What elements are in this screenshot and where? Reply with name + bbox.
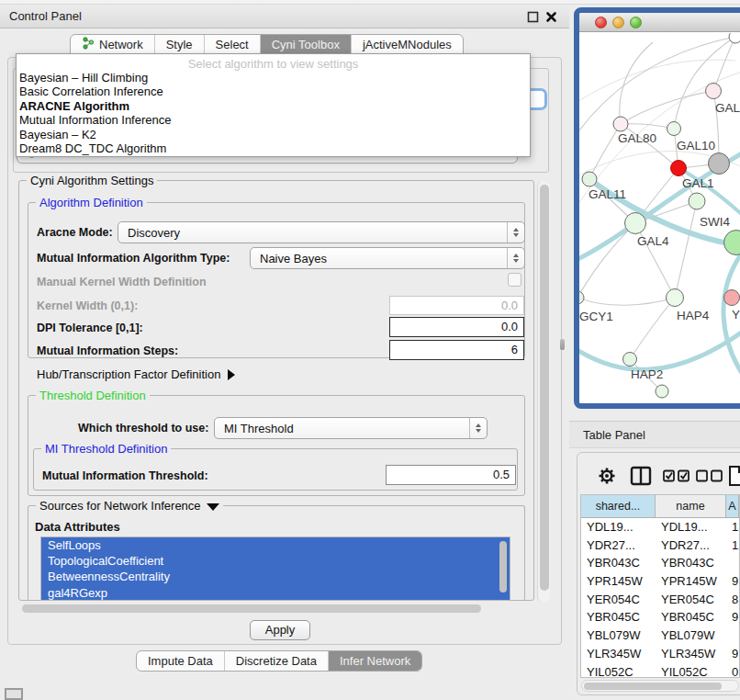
gear-icon[interactable] [597,465,617,487]
svg-text:GCY1: GCY1 [579,310,613,323]
collapse-down-icon [207,503,219,511]
tab-impute-data-label: Impute Data [148,654,213,668]
column-header-name[interactable]: name [656,495,726,517]
close-panel-icon[interactable] [545,11,557,23]
svg-text:Y: Y [732,308,740,322]
tab-infer-network[interactable]: Infer Network [329,651,421,671]
table-row[interactable]: YBR043CYBR043C [581,554,739,572]
kernel-width-field[interactable]: 0.0 [389,296,524,315]
window-minimize-button[interactable] [612,17,624,28]
svg-text:SWI4: SWI4 [700,215,730,229]
algorithm-dropdown-popup: Select algorithm to view settings Bayesi… [16,53,531,157]
mi-type-label: Mutual Information Algorithm Type: [37,252,230,265]
dropdown-option[interactable]: Bayesian – K2 [17,128,530,141]
data-attributes-label: Data Attributes [35,520,120,534]
list-item[interactable]: gal4RGexp [41,585,510,601]
tab-style[interactable]: Style [155,35,205,54]
sources-group-title: Sources for Network Inference [36,499,223,513]
application-root: Control Panel Network Style Select Cyni … [0,0,740,700]
table-row[interactable]: YPR145WYPR145W9. [581,572,739,591]
table-row[interactable]: YIL052CYIL052C0. [581,663,739,679]
manual-kernel-label: Manual Kernel Width Definition [37,276,207,288]
tab-impute-data[interactable]: Impute Data [137,651,225,671]
combobox-arrows-icon [507,248,524,268]
tab-select[interactable]: Select [205,35,261,54]
tab-jactivemnodules[interactable]: jActiveMNodules [352,35,463,54]
dropdown-option[interactable]: Bayesian – Hill Climbing [17,71,530,85]
svg-text:GAL80: GAL80 [618,131,656,145]
tab-network[interactable]: Network [71,35,155,54]
apply-button[interactable]: Apply [250,620,310,640]
network-view-window[interactable]: GAL GAL80 GAL10 GAL1 GAL11 SWI4 GAL4 GCY… [574,7,740,409]
svg-text:GAL11: GAL11 [589,187,626,201]
table-row[interactable]: YDR27...YDR27...12 [581,536,739,555]
which-threshold-value: MI Threshold [215,422,469,435]
panel-grip-icon[interactable] [5,688,23,700]
settings-vertical-scrollbar[interactable] [537,181,550,602]
which-threshold-combobox[interactable]: MI Threshold [214,417,488,439]
columns-icon[interactable] [630,465,652,487]
mi-type-combobox[interactable]: Naive Bayes [250,247,525,269]
window-zoom-button[interactable] [630,17,642,28]
scrollbar-thumb[interactable] [584,683,722,690]
list-scrollbar-thumb[interactable] [499,541,507,593]
network-edges-highlighted [579,151,740,384]
mi-steps-field[interactable]: 6 [389,340,524,360]
hub-definition-expander[interactable]: Hub/Transcription Factor Definition [37,367,235,381]
tab-infer-network-label: Infer Network [340,654,410,668]
list-item[interactable]: TopologicalCoefficient [41,553,510,569]
table-row[interactable]: YLR345WYLR345W9. [581,645,739,663]
table-row[interactable]: YBR045CYBR045C9. [581,608,739,627]
list-item[interactable]: SelfLoops [41,537,510,553]
table-panel-titlebar: Table Panel [569,421,740,448]
dropdown-option[interactable]: Basic Correlation Inference [17,85,530,98]
mi-type-value: Naive Bayes [251,252,507,265]
dpi-tolerance-field[interactable]: 0.0 [389,317,524,337]
tab-style-label: Style [166,38,193,51]
combobox-arrows-icon [469,418,487,438]
mi-threshold-field[interactable]: 0.5 [386,465,516,485]
network-window-titlebar[interactable] [579,13,740,32]
aracne-mode-combobox[interactable]: Discovery [118,221,525,243]
list-item[interactable]: BetweennessCentrality [41,569,510,584]
threshold-definition-title: Threshold Definition [36,389,150,402]
window-close-button[interactable] [595,17,607,28]
scrollbar-thumb[interactable] [540,185,549,591]
tab-discretize-data[interactable]: Discretize Data [225,651,329,671]
dropdown-option[interactable]: Dream8 DC_TDC Algorithm [17,141,530,155]
svg-text:GAL4: GAL4 [637,234,669,248]
control-panel-title: Control Panel [9,9,82,23]
deselect-all-checkboxes-icon[interactable] [696,469,723,483]
cyni-algorithm-settings-title: Cyni Algorithm Settings [27,174,157,187]
which-threshold-label: Which threshold to use: [78,422,208,435]
table-header-row: shared... name A [581,495,739,518]
control-panel-titlebar: Control Panel [0,5,569,28]
svg-text:GAL10: GAL10 [677,139,715,152]
combobox-arrows-icon [507,222,524,243]
dropdown-option-highlighted[interactable]: ARACNE Algorithm [17,99,530,113]
table-row[interactable]: YER054CYER054C8. [581,591,739,609]
network-graph: GAL GAL80 GAL10 GAL1 GAL11 SWI4 GAL4 GCY… [579,33,740,404]
control-panel-tabbar: Network Style Select Cyni Toolbox jActiv… [70,34,464,55]
column-header-shared-name[interactable]: shared... [581,495,656,517]
table-row[interactable]: YDL19...YDL19...13 [581,518,739,536]
data-attributes-list[interactable]: SelfLoops TopologicalCoefficient Between… [40,536,510,601]
document-icon[interactable] [728,465,740,487]
column-header-partial[interactable]: A [726,495,739,517]
node-table: shared... name A YDL19...YDL19...13 YDR2… [580,494,740,678]
manual-kernel-checkbox[interactable] [508,273,521,287]
scrollbar-thumb[interactable] [22,604,481,613]
tab-cyni-toolbox[interactable]: Cyni Toolbox [261,35,352,54]
bottom-tabbar: Impute Data Discretize Data Infer Networ… [136,650,422,672]
tab-discretize-data-label: Discretize Data [236,654,317,668]
svg-text:HAP2: HAP2 [631,367,663,381]
settings-horizontal-scrollbar[interactable] [20,604,534,614]
table-row[interactable]: YBL079WYBL079W [581,627,739,645]
dropdown-option[interactable]: Mutual Information Inference [17,113,530,127]
select-all-checkboxes-icon[interactable] [663,469,690,483]
float-panel-icon[interactable] [527,11,539,23]
tab-network-label: Network [99,38,143,51]
splitpane-divider-grip[interactable] [560,339,565,350]
table-horizontal-scrollbar[interactable] [581,680,739,692]
network-canvas[interactable]: GAL GAL80 GAL10 GAL1 GAL11 SWI4 GAL4 GCY… [579,33,740,403]
